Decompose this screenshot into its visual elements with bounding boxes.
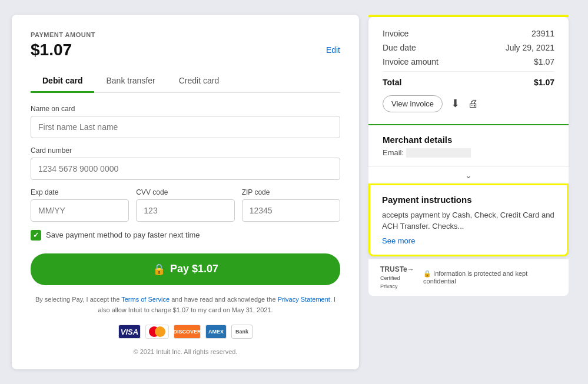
exp-date-label: Exp date (31, 188, 129, 196)
total-row: Total $1.07 (383, 71, 554, 87)
pay-button-label: Pay $1.07 (170, 263, 218, 275)
invoice-label: Invoice (383, 29, 408, 38)
total-label: Total (383, 78, 401, 87)
card-number-label: Card number (31, 146, 340, 155)
exp-date-group: Exp date (31, 188, 129, 222)
payment-instructions-wrapper: Payment instructions accepts payment by … (368, 183, 569, 256)
tos-link[interactable]: Terms of Service (121, 296, 170, 303)
merchant-section: Merchant details Email: ████████████ (368, 125, 569, 167)
trust-message: Information is protected and kept confid… (423, 270, 527, 285)
name-on-card-input[interactable] (31, 116, 340, 138)
card-number-group: Card number (31, 146, 340, 180)
invoice-actions: View invoice ⬇ 🖨 (383, 95, 554, 112)
invoice-number: 23911 (531, 29, 554, 38)
amex-icon: AMEX (205, 325, 227, 339)
invoice-number-row: Invoice 23911 (383, 29, 554, 38)
print-icon[interactable]: 🖨 (468, 98, 479, 110)
invoice-panel: Invoice 23911 Due date July 29, 2021 Inv… (368, 15, 569, 369)
name-on-card-group: Name on card (31, 105, 340, 138)
zip-input[interactable] (242, 199, 340, 222)
pay-button[interactable]: 🔒 Pay $1.07 (31, 253, 340, 285)
see-more-link[interactable]: See more (382, 236, 415, 245)
invoice-amount-row: Invoice amount $1.07 (383, 57, 554, 66)
bank-icon: Bank (231, 325, 253, 339)
lock-icon: 🔒 (152, 263, 165, 276)
payment-amount-label: PAYMENT AMOUNT (31, 31, 340, 38)
card-number-input[interactable] (31, 158, 340, 180)
payment-instructions: Payment instructions accepts payment by … (368, 183, 569, 256)
payment-tabs: Debit card Bank transfer Credit card (31, 70, 340, 93)
due-date-row: Due date July 29, 2021 (383, 43, 554, 52)
tab-bank-transfer[interactable]: Bank transfer (94, 70, 167, 93)
tab-credit-card[interactable]: Credit card (167, 70, 231, 93)
invoice-details: Invoice 23911 Due date July 29, 2021 Inv… (368, 17, 569, 125)
name-on-card-label: Name on card (31, 105, 340, 113)
copyright-text: © 2021 Intuit Inc. All rights reserved. (31, 348, 340, 355)
cvv-label: CVV code (136, 188, 234, 196)
email-value: ████████████ (406, 148, 471, 157)
cvv-group: CVV code (136, 188, 234, 222)
payment-instructions-title: Payment instructions (382, 195, 555, 205)
merchant-email: Email: ████████████ (383, 148, 554, 157)
mastercard-icon (145, 325, 169, 339)
view-invoice-button[interactable]: View invoice (383, 95, 443, 112)
card-details-row: Exp date CVV code ZIP code (31, 188, 340, 222)
lock-small-icon: 🔒 (423, 270, 431, 277)
total-value: $1.07 (534, 78, 554, 87)
discover-icon: DISCOVER (174, 325, 201, 339)
invoice-amount-label: Invoice amount (383, 57, 438, 66)
cvv-input[interactable] (136, 199, 234, 222)
invoice-amount-value: $1.07 (534, 57, 554, 66)
email-label: Email: (383, 148, 404, 157)
merchant-title: Merchant details (383, 135, 554, 145)
legal-text: By selecting Pay, I accept the Terms of … (31, 295, 340, 315)
expand-arrow[interactable]: ⌄ (368, 167, 569, 183)
privacy-link[interactable]: Privacy Statement (278, 296, 330, 303)
save-payment-checkbox[interactable] (31, 230, 41, 241)
save-payment-label: Save payment method to pay faster next t… (46, 231, 200, 239)
edit-link[interactable]: Edit (326, 45, 340, 55)
visa-icon: VISA (118, 325, 141, 339)
truste-logo: TRUSTe→Certified Privacy (380, 265, 417, 290)
truste-badge: TRUSTe→Certified Privacy (380, 265, 417, 290)
payment-instructions-text: accepts payment by Cash, Check, Credit C… (382, 209, 555, 232)
trust-text: 🔒 Information is protected and kept conf… (423, 270, 557, 285)
due-date-label: Due date (383, 43, 416, 52)
payment-icons-row: VISA DISCOVER AMEX Bank (31, 325, 340, 339)
download-icon[interactable]: ⬇ (451, 97, 460, 110)
zip-group: ZIP code (242, 188, 340, 222)
save-payment-row[interactable]: Save payment method to pay faster next t… (31, 230, 340, 241)
due-date-value: July 29, 2021 (506, 43, 554, 52)
exp-date-input[interactable] (31, 199, 129, 222)
payment-panel: PAYMENT AMOUNT $1.07 Edit Debit card Ban… (12, 15, 359, 369)
zip-label: ZIP code (242, 188, 340, 196)
trust-section: TRUSTe→Certified Privacy 🔒 Information i… (368, 259, 569, 296)
payment-amount-value: $1.07 (31, 41, 72, 59)
tab-debit-card[interactable]: Debit card (31, 70, 94, 93)
